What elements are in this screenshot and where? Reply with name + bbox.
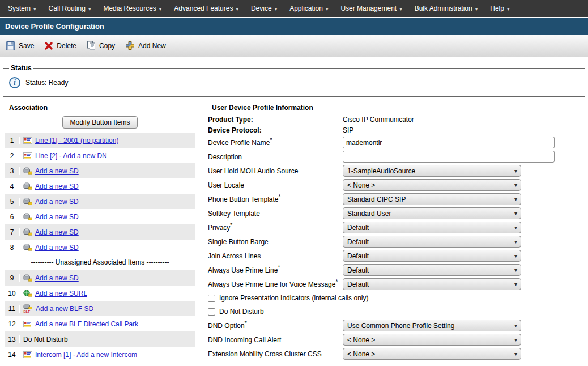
profile-section: User Device Profile Information Product … (203, 104, 585, 366)
description-label: Description (208, 153, 343, 161)
menu-item-advanced-features[interactable]: Advanced Features▾ (168, 0, 245, 17)
user-locale-select[interactable]: < None >▾ (343, 179, 521, 191)
association-link-line-2-add-a-new-dn[interactable]: Line [2] - Add a new DN (35, 152, 107, 160)
always-use-prime-line-for-voice-message-select[interactable]: Default▾ (343, 278, 521, 290)
line-icon (23, 351, 32, 358)
extension-mobility-cross-cluster-css-select[interactable]: < None >▾ (343, 348, 521, 360)
association-link-add-a-new-sd[interactable]: Add a new SD (35, 182, 79, 190)
association-link-intercom-1-add-a-new-intercom[interactable]: Intercom [1] - Add a new Intercom (35, 351, 137, 359)
row-number: 9 (5, 274, 20, 282)
privacy-select[interactable]: Default▾ (343, 222, 521, 233)
association-row-content: Line [2] - Add a new DN (20, 152, 195, 160)
association-link-add-a-new-blf-sd[interactable]: Add a new BLF SD (36, 305, 93, 313)
menu-item-bulk-administration[interactable]: Bulk Administration▾ (408, 0, 484, 17)
profile-row: Product Type:Cisco IP Communicator (208, 114, 580, 125)
menu-item-system[interactable]: System▾ (2, 0, 42, 17)
copy-button[interactable]: Copy (87, 41, 115, 50)
dnd-option-select[interactable]: Use Common Phone Profile Setting▾ (343, 320, 521, 331)
association-item-text: Do Not Disturb (23, 335, 68, 343)
save-button[interactable]: Save (6, 41, 34, 50)
row-number: 11 (5, 305, 20, 313)
copy-icon (87, 41, 96, 50)
association-row: 8Add a new SD (5, 240, 195, 255)
chevron-down-icon: ▾ (512, 281, 517, 287)
required-asterisk: * (270, 137, 272, 143)
association-link-add-a-new-sd[interactable]: Add a new SD (35, 213, 79, 221)
association-row-content: Add a new SD (20, 182, 195, 190)
menu-item-user-management[interactable]: User Management▾ (334, 0, 408, 17)
chevron-down-icon: ▾ (512, 337, 517, 343)
chevron-down-icon: ▾ (512, 267, 517, 273)
description-input[interactable] (343, 151, 555, 163)
association-link-add-a-new-sd[interactable]: Add a new SD (35, 198, 79, 206)
svg-text:BLF: BLF (24, 310, 31, 313)
extension-mobility-cross-cluster-css-label: Extension Mobility Cross Cluster CSS (208, 350, 343, 358)
add-new-icon (125, 41, 135, 50)
status-legend: Status (9, 64, 33, 72)
association-link-line-1-2001-no-partition[interactable]: Line [1] - 2001 (no partition) (35, 137, 118, 144)
association-link-add-a-new-surl[interactable]: Add a new SURL (35, 290, 87, 297)
menu-item-label: Help (490, 5, 504, 12)
association-link-add-a-new-sd[interactable]: Add a new SD (35, 167, 79, 175)
modify-button-items-button[interactable]: Modify Button Items (62, 116, 137, 129)
device-profile-name-input[interactable] (343, 137, 555, 148)
menu-item-media-resources[interactable]: Media Resources▾ (97, 0, 168, 17)
profile-row: Softkey TemplateStandard User▾ (208, 206, 580, 220)
association-row: 6Add a new SD (5, 209, 195, 224)
user-hold-moh-audio-source-label: User Hold MOH Audio Source (208, 167, 343, 175)
chevron-down-icon: ▾ (88, 6, 91, 12)
dnd-incoming-call-alert-select[interactable]: < None >▾ (343, 334, 521, 346)
join-across-lines-label: Join Across Lines (208, 252, 343, 260)
device-protocol-label: Device Protocol: (208, 126, 343, 134)
toolbar-button-label: Copy (99, 42, 115, 50)
association-row: 1Line [1] - 2001 (no partition) (5, 133, 195, 148)
speed-dial-icon (23, 182, 32, 190)
speed-dial-icon (23, 167, 32, 175)
menu-item-label: Application (289, 5, 323, 12)
association-link-add-a-new-sd[interactable]: Add a new SD (35, 228, 79, 236)
ignore-presentation-indicators-checkbox[interactable] (208, 295, 215, 302)
menu-item-device[interactable]: Device▾ (245, 0, 283, 17)
row-number: 8 (5, 244, 20, 252)
product-type-label: Product Type: (208, 116, 343, 124)
menu-item-help[interactable]: Help▾ (484, 0, 515, 17)
device-protocol-value: SIP (343, 126, 353, 134)
chevron-down-icon: ▾ (512, 253, 517, 259)
chevron-down-icon: ▾ (326, 6, 329, 12)
join-across-lines-select[interactable]: Default▾ (343, 250, 521, 262)
row-number: 2 (5, 152, 20, 160)
association-row-content: Add a new SD (20, 198, 195, 206)
row-number: 1 (5, 137, 20, 144)
association-row-content: Add a new SD (20, 167, 195, 175)
delete-button[interactable]: Delete (44, 41, 76, 50)
association-link-add-a-new-blf-directed-call-park[interactable]: Add a new BLF Directed Call Park (35, 320, 138, 328)
always-use-prime-line-for-voice-message-label: Always Use Prime Line for Voice Message* (208, 280, 343, 288)
association-row-content: Line [1] - 2001 (no partition) (20, 137, 195, 144)
do-not-disturb-checkbox[interactable] (208, 308, 215, 316)
chevron-down-icon: ▾ (512, 196, 517, 202)
add-new-button[interactable]: Add New (125, 41, 166, 50)
association-link-add-a-new-sd[interactable]: Add a new SD (35, 244, 79, 252)
speed-dial-icon (23, 244, 32, 251)
single-button-barge-select[interactable]: Default▾ (343, 236, 521, 248)
softkey-template-select[interactable]: Standard User▾ (343, 207, 521, 219)
line-icon (23, 137, 32, 144)
menu-item-call-routing[interactable]: Call Routing▾ (42, 0, 97, 17)
profile-row: User Locale< None >▾ (208, 178, 580, 192)
association-row: 4Add a new SD (5, 178, 195, 194)
required-asterisk: * (245, 320, 247, 326)
save-icon (6, 41, 15, 50)
chevron-down-icon: ▾ (33, 6, 36, 12)
association-link-add-a-new-sd[interactable]: Add a new SD (35, 274, 79, 282)
row-number: 13 (5, 335, 20, 343)
profile-row: Device Profile Name* (208, 135, 580, 150)
always-use-prime-line-select[interactable]: Default▾ (343, 264, 521, 276)
profile-row: Extension Mobility Cross Cluster CSS< No… (208, 347, 580, 361)
dnd-incoming-call-alert-selected-value: < None > (347, 336, 375, 344)
chevron-down-icon: ▾ (507, 6, 510, 12)
menu-item-application[interactable]: Application▾ (283, 0, 334, 17)
user-hold-moh-audio-source-select[interactable]: 1-SampleAudioSource▾ (343, 165, 521, 177)
dnd-option-label: DND Option* (208, 322, 343, 330)
phone-button-template-select[interactable]: Standard CIPC SIP▾ (343, 193, 521, 205)
phone-button-template-selected-value: Standard CIPC SIP (347, 195, 406, 203)
